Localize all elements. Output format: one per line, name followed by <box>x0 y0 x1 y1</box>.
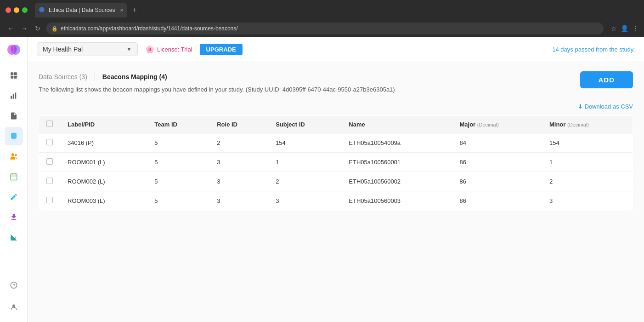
row-checkbox[interactable] <box>46 158 53 165</box>
forward-btn[interactable]: → <box>19 23 29 34</box>
header-role-id: Role ID <box>209 116 268 133</box>
cell-minor: 3 <box>542 191 633 211</box>
tab-close-btn[interactable]: ✕ <box>120 8 124 13</box>
cell-minor: 2 <box>542 172 633 191</box>
add-button[interactable]: ADD <box>580 71 633 88</box>
download-csv-area: ⬇ Download as CSV <box>39 103 633 110</box>
svg-rect-4 <box>11 72 13 75</box>
cell-name: ETH05a100560001 <box>341 153 452 172</box>
cell-name: ETH05a100560003 <box>341 191 452 211</box>
svg-point-0 <box>39 7 45 12</box>
header-name: Name <box>341 116 452 133</box>
back-btn[interactable]: ← <box>6 23 16 34</box>
sidebar-logo <box>6 42 22 59</box>
address-right-icons: ☆ 👤 ⋮ <box>611 25 638 32</box>
row-checkbox[interactable] <box>46 178 53 184</box>
table-row: ROOM002 (L) 5 3 2 ETH05a100560002 86 2 <box>39 172 633 191</box>
header-subject-id: Subject ID <box>268 116 341 133</box>
cell-label-pid: ROOM002 (L) <box>60 172 147 191</box>
beacons-table: Label/PID Team ID Role ID Subject ID Nam… <box>39 115 633 211</box>
svg-point-10 <box>15 154 17 156</box>
reload-btn[interactable]: ↻ <box>33 23 42 34</box>
header-major: Major (Decimal) <box>452 116 542 133</box>
download-icon: ⬇ <box>578 103 583 110</box>
minimize-window-btn[interactable] <box>14 7 19 13</box>
days-notice: 14 days passed from the study. <box>552 46 635 53</box>
tab-title: Ethica Data | Data Sources <box>49 7 115 13</box>
table-row: 34016 (P) 5 2 154 ETH05a10054009a 84 154 <box>39 133 633 153</box>
row-checkbox[interactable] <box>46 197 53 203</box>
browser-chrome: Ethica Data | Data Sources ✕ + ← → ↻ 🔒 e… <box>0 0 644 37</box>
svg-rect-11 <box>11 174 17 180</box>
row-checkbox[interactable] <box>46 139 53 145</box>
header-team-id: Team ID <box>147 116 209 133</box>
app-layout: ? My Health Pal ▼ 🌸 License: Trial UPGRA… <box>0 37 644 322</box>
address-bar: ← → ↻ 🔒 ethicadata.com/app/dashboard/rda… <box>0 20 644 37</box>
url-text: ethicadata.com/app/dashboard/rdash/study… <box>61 25 238 32</box>
sidebar-item-users[interactable] <box>5 147 23 166</box>
select-all-checkbox[interactable] <box>46 121 53 127</box>
cell-label-pid: ROOM001 (L) <box>60 153 147 172</box>
upgrade-button[interactable]: UPGRADE <box>200 44 243 55</box>
lock-icon: 🔒 <box>51 26 58 32</box>
cell-minor: 154 <box>542 133 633 153</box>
table-row: ROOM001 (L) 5 3 1 ETH05a100560001 86 1 <box>39 153 633 172</box>
sidebar-item-datasources[interactable] <box>5 127 23 145</box>
url-bar[interactable]: 🔒 ethicadata.com/app/dashboard/rdash/stu… <box>46 23 604 34</box>
cell-major: 84 <box>452 133 542 153</box>
tab-bar: Ethica Data | Data Sources ✕ <box>35 3 127 17</box>
license-icon: 🌸 <box>145 45 154 54</box>
traffic-lights <box>6 7 28 13</box>
cell-name: ETH05a100560002 <box>341 172 452 191</box>
svg-point-9 <box>11 153 14 156</box>
study-selector[interactable]: My Health Pal ▼ <box>37 42 138 56</box>
cell-team-id: 5 <box>147 153 209 172</box>
svg-text:?: ? <box>12 283 15 288</box>
cell-subject-id: 2 <box>268 172 341 191</box>
sidebar-item-help[interactable]: ? <box>5 276 23 294</box>
svg-rect-7 <box>14 76 17 79</box>
sidebar-item-edit[interactable] <box>5 188 23 206</box>
sidebar-item-profile[interactable] <box>5 298 23 316</box>
sidebar-item-dashboard[interactable] <box>5 66 23 85</box>
cell-subject-id: 154 <box>268 133 341 153</box>
sidebar: ? <box>0 37 28 322</box>
row-checkbox-cell <box>39 133 61 153</box>
tabs-header: Data Sources (3) Beacons Mapping (4) <box>39 71 395 82</box>
study-selector-text: My Health Pal <box>43 46 123 53</box>
cell-team-id: 5 <box>147 191 209 211</box>
main-content: My Health Pal ▼ 🌸 License: Trial UPGRADE… <box>28 37 644 322</box>
header-minor: Minor (Decimal) <box>542 116 633 133</box>
cell-role-id: 3 <box>209 191 268 211</box>
row-checkbox-cell <box>39 153 61 172</box>
profile-icon[interactable]: 👤 <box>621 25 628 32</box>
top-bar: My Health Pal ▼ 🌸 License: Trial UPGRADE… <box>28 37 644 62</box>
brain-icon <box>6 42 22 59</box>
cell-major: 86 <box>452 153 542 172</box>
download-csv-link[interactable]: ⬇ Download as CSV <box>578 103 633 110</box>
svg-point-14 <box>12 305 15 307</box>
menu-icon[interactable]: ⋮ <box>632 25 638 32</box>
sidebar-item-export[interactable] <box>5 208 23 226</box>
cell-major: 86 <box>452 172 542 191</box>
cell-subject-id: 1 <box>268 153 341 172</box>
sidebar-item-analytics[interactable] <box>5 86 23 105</box>
close-window-btn[interactable] <box>6 7 11 13</box>
cell-name: ETH05a10054009a <box>341 133 452 153</box>
sidebar-item-documents[interactable] <box>5 107 23 125</box>
sidebar-item-calendar[interactable] <box>5 167 23 186</box>
cell-role-id: 2 <box>209 133 268 153</box>
header-label-pid: Label/PID <box>60 116 147 133</box>
cell-team-id: 5 <box>147 133 209 153</box>
tab-beacons-mapping[interactable]: Beacons Mapping (4) <box>102 71 167 82</box>
license-badge: 🌸 License: Trial <box>145 45 192 54</box>
table-row: ROOM003 (L) 5 3 3 ETH05a100560003 86 3 <box>39 191 633 211</box>
tab-data-sources[interactable]: Data Sources (3) <box>39 71 87 82</box>
maximize-window-btn[interactable] <box>22 7 28 13</box>
new-tab-btn[interactable]: + <box>131 6 139 14</box>
page-description: The following list shows the beacon mapp… <box>39 86 395 93</box>
cell-major: 86 <box>452 191 542 211</box>
sidebar-item-chart[interactable] <box>5 228 23 247</box>
bookmark-icon[interactable]: ☆ <box>611 25 617 32</box>
page-content: Data Sources (3) Beacons Mapping (4) The… <box>28 62 644 322</box>
